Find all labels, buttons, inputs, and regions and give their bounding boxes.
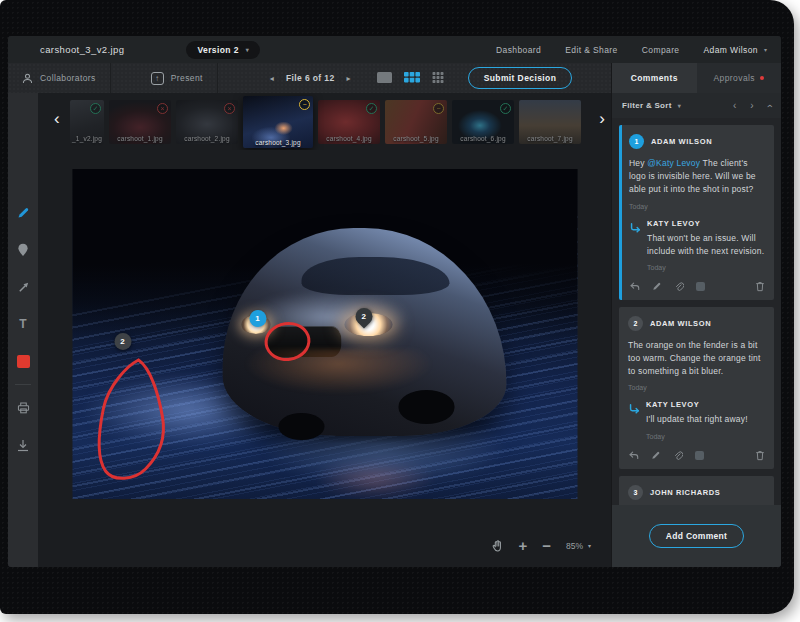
task-checkbox-icon[interactable] (695, 451, 704, 460)
filmstrip-next-icon[interactable]: › (599, 109, 605, 129)
zoom-in-button[interactable]: + (518, 538, 527, 553)
thumbnail-label: carshoot_5.jpg (385, 135, 447, 142)
approvals-label: Approvals (714, 73, 755, 83)
text-tool-glyph: T (19, 317, 26, 331)
comment-marker-3[interactable]: 2 (114, 333, 131, 350)
collaborators-label: Collaborators (40, 73, 96, 83)
rejected-badge-icon: × (157, 103, 168, 114)
approved-badge-icon: ✓ (500, 103, 511, 114)
filmstrip-prev-icon[interactable]: ‹ (54, 109, 60, 129)
zoom-level-dropdown[interactable]: 85% ▾ (566, 541, 591, 551)
comments-panel: Comments Approvals Filter & Sort ▾ ‹ (611, 63, 781, 567)
next-comment-icon[interactable]: › (750, 101, 753, 111)
add-comment-button[interactable]: Add Comment (649, 524, 744, 548)
single-view-icon[interactable] (377, 71, 392, 86)
attachment-paperclip-icon[interactable] (674, 281, 684, 292)
pan-hand-icon[interactable] (491, 539, 503, 552)
pencil-tool-icon[interactable] (15, 205, 31, 221)
comment-card-3[interactable]: 3 JOHN RICHARDS Let's remove these spots… (619, 476, 774, 505)
reply-author: KATY LEVOY (647, 219, 765, 228)
present-button[interactable]: ↑ Present (151, 72, 203, 85)
workspace: T (8, 93, 611, 567)
comment-marker-1[interactable]: 1 (249, 310, 266, 327)
panel-tabs: Comments Approvals (612, 63, 781, 93)
collaborators-button[interactable]: Collaborators (22, 73, 96, 84)
prev-comment-icon[interactable]: ‹ (733, 101, 736, 111)
thumbnail[interactable]: ✓ carshoot_4.jpg (318, 100, 380, 144)
comment-card-2[interactable]: 2 ADAM WILSON The orange on the fender i… (619, 307, 774, 469)
comment-text: The orange on the fender is a bit too wa… (628, 339, 765, 379)
user-name: Adam Wilson (704, 45, 758, 55)
user-menu[interactable]: Adam Wilson ▾ (704, 45, 768, 55)
thread-nav-icons: ‹ › › (733, 101, 771, 111)
next-file-button[interactable]: ▸ (345, 72, 353, 85)
collapse-panel-icon[interactable]: › (764, 104, 774, 107)
attachment-paperclip-icon[interactable] (673, 450, 683, 461)
filter-sort-label: Filter & Sort (622, 101, 672, 110)
nav-dashboard[interactable]: Dashboard (496, 45, 541, 55)
thumbnail-selected[interactable]: − carshoot_3.jpg (243, 96, 313, 148)
version-dropdown[interactable]: Version 2 ▾ (186, 41, 260, 59)
comment-author: ADAM WILSON (651, 137, 712, 146)
approved-badge-icon: ✓ (366, 103, 377, 114)
download-icon[interactable] (15, 437, 31, 453)
pin-tool-icon[interactable] (15, 242, 31, 258)
grid-view-icon[interactable] (432, 71, 444, 86)
reply-text: That won't be an issue. Will include wit… (647, 232, 765, 258)
arrow-tool-icon[interactable] (15, 279, 31, 295)
text-tool-icon[interactable]: T (15, 316, 31, 332)
red-freehand-annotation[interactable] (92, 352, 192, 486)
present-label: Present (171, 73, 203, 83)
reply-icon[interactable] (629, 281, 640, 292)
task-checkbox-icon[interactable] (696, 282, 705, 291)
filmstrip-view-icon[interactable] (404, 71, 420, 86)
title-bar: carshoot_3_v2.jpg Version 2 ▾ Dashboard … (8, 36, 781, 63)
comment-timestamp: Today (629, 203, 765, 210)
app-window: carshoot_3_v2.jpg Version 2 ▾ Dashboard … (0, 0, 794, 614)
user-mention[interactable]: @Katy Levoy (647, 158, 700, 168)
stage: 1 2 2 (38, 150, 611, 567)
reply-timestamp: Today (646, 433, 748, 440)
previous-file-button[interactable]: ◂ (268, 72, 276, 85)
person-icon (22, 73, 33, 84)
file-navigator: ◂ File 6 of 12 ▸ (258, 72, 363, 85)
collaborators-group: Collaborators (8, 63, 111, 93)
thumbnail[interactable]: ✓ _1_v2.jpg (70, 100, 104, 144)
delete-trash-icon[interactable] (755, 281, 765, 292)
thumbnail[interactable]: × carshoot_1.jpg (109, 100, 171, 144)
submit-decision-button[interactable]: Submit Decision (468, 67, 573, 89)
reply-arrow-icon (628, 401, 640, 439)
reply-icon[interactable] (628, 450, 639, 461)
comment-actions (628, 450, 765, 461)
comment-reply: KATY LEVOY I'll update that right away! … (628, 400, 765, 439)
review-image[interactable]: 1 2 2 (72, 169, 577, 499)
thumbnail[interactable]: ✓ carshoot_6.jpg (452, 100, 514, 144)
thumbnail[interactable]: − carshoot_5.jpg (385, 100, 447, 144)
pin-marker-number: 2 (361, 312, 365, 321)
thumbnail[interactable]: × carshoot_2.jpg (176, 100, 238, 144)
zoom-out-button[interactable]: − (542, 538, 551, 553)
thumbnail[interactable]: carshoot_7.jpg (519, 100, 581, 144)
reply-content: KATY LEVOY That won't be an issue. Will … (647, 219, 765, 271)
thumbnail-label: carshoot_1.jpg (109, 135, 171, 142)
tab-approvals[interactable]: Approvals (697, 63, 782, 93)
chevron-down-icon: ▾ (678, 102, 681, 109)
color-swatch-tool[interactable] (15, 353, 31, 369)
edit-pencil-icon[interactable] (651, 450, 661, 460)
filter-sort-dropdown[interactable]: Filter & Sort ▾ (622, 101, 681, 110)
chevron-down-icon: ▾ (764, 46, 767, 53)
tab-comments[interactable]: Comments (612, 63, 697, 93)
car (222, 228, 506, 436)
thumbnail-label: carshoot_7.jpg (519, 135, 581, 142)
page: carshoot_3_v2.jpg Version 2 ▾ Dashboard … (0, 0, 800, 622)
nav-compare[interactable]: Compare (642, 45, 680, 55)
filmstrip: ‹ › ✓ _1_v2.jpg × carshoot_1.jpg (38, 93, 611, 150)
version-label: Version 2 (197, 45, 238, 55)
edit-pencil-icon[interactable] (652, 281, 662, 291)
pending-badge-icon: − (299, 99, 310, 110)
comment-card-1[interactable]: 1 ADAM WILSON Hey @Katy Levoy The client… (619, 125, 774, 300)
nav-edit-share[interactable]: Edit & Share (565, 45, 618, 55)
print-icon[interactable] (15, 400, 31, 416)
app-content: carshoot_3_v2.jpg Version 2 ▾ Dashboard … (8, 36, 781, 567)
delete-trash-icon[interactable] (755, 450, 765, 461)
